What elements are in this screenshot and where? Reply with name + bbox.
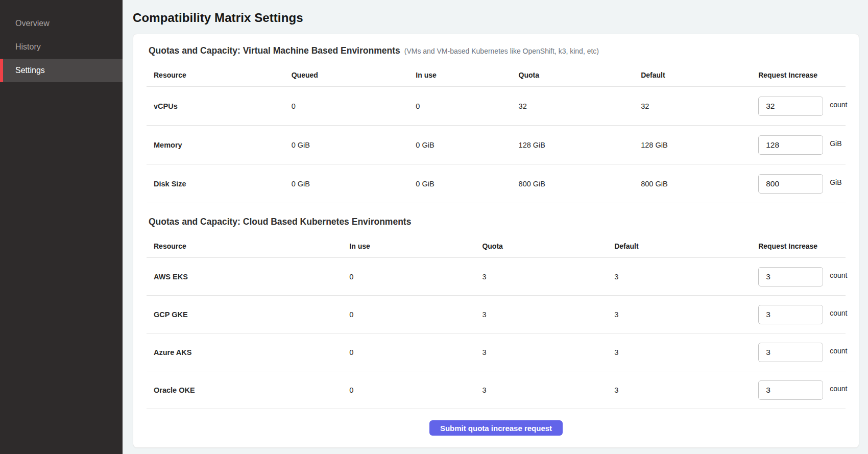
quota-value: 3 <box>475 348 607 356</box>
sidebar-item-history[interactable]: History <box>0 35 123 59</box>
request-increase-cell: count <box>751 305 847 324</box>
resource-name: vCPUs <box>147 102 284 110</box>
submit-button-row: Submit quota increase request <box>147 409 846 436</box>
vm-section-header: Quotas and Capacity: Virtual Machine Bas… <box>149 45 846 56</box>
vm-quota-table: Resource Queued In use Quota Default Req… <box>147 63 846 203</box>
default-value: 128 GiB <box>634 141 751 149</box>
unit-label: count <box>830 271 847 279</box>
table-row-oracle-oke: Oracle OKE 0 3 3 count <box>147 371 846 409</box>
unit-label: GiB <box>830 139 841 148</box>
unit-label: GiB <box>830 178 841 186</box>
column-header-quota: Quota <box>512 71 634 79</box>
settings-card: Quotas and Capacity: Virtual Machine Bas… <box>133 34 859 448</box>
sidebar: Overview History Settings <box>0 0 123 454</box>
column-header-default: Default <box>607 242 751 250</box>
in-use-value: 0 <box>408 102 511 110</box>
unit-label: count <box>830 101 847 109</box>
unit-label: count <box>830 347 847 355</box>
table-row-azure-aks: Azure AKS 0 3 3 count <box>147 333 846 371</box>
in-use-value: 0 <box>342 273 475 281</box>
in-use-value: 0 <box>342 348 475 356</box>
vm-section-subtitle: (VMs and VM-based Kubernetes like OpenSh… <box>404 47 599 55</box>
request-increase-cell: GiB <box>751 135 846 155</box>
unit-label: count <box>830 309 847 317</box>
resource-name: Azure AKS <box>147 348 342 356</box>
quota-value: 128 GiB <box>512 141 634 149</box>
in-use-value: 0 GiB <box>408 141 511 149</box>
submit-quota-increase-button[interactable]: Submit quota increase request <box>429 420 563 436</box>
vm-table-header-row: Resource Queued In use Quota Default Req… <box>147 63 846 87</box>
default-value: 3 <box>607 386 751 394</box>
default-value: 32 <box>634 102 751 110</box>
quota-value: 32 <box>512 102 634 110</box>
cloud-section-title: Quotas and Capacity: Cloud Based Kuberne… <box>149 217 411 227</box>
sidebar-item-overview[interactable]: Overview <box>0 12 123 35</box>
table-row-vcpus: vCPUs 0 0 32 32 count <box>147 87 846 126</box>
queued-value: 0 GiB <box>284 180 409 188</box>
default-value: 3 <box>607 348 751 356</box>
unit-label: count <box>830 385 847 393</box>
column-header-in-use: In use <box>342 242 475 250</box>
request-increase-cell: count <box>751 343 847 362</box>
request-increase-input-oracle-oke[interactable] <box>758 380 823 400</box>
cloud-table-header-row: Resource In use Quota Default Request In… <box>147 234 846 258</box>
request-increase-cell: count <box>751 380 847 400</box>
cloud-quotas-section: Quotas and Capacity: Cloud Based Kuberne… <box>147 217 846 409</box>
table-row-gcp-gke: GCP GKE 0 3 3 count <box>147 296 846 333</box>
resource-name: Oracle OKE <box>147 386 342 394</box>
request-increase-input-aws-eks[interactable] <box>758 267 823 286</box>
cloud-quota-table: Resource In use Quota Default Request In… <box>147 234 846 409</box>
default-value: 3 <box>607 310 751 319</box>
request-increase-cell: count <box>751 267 847 286</box>
column-header-request-increase: Request Increase <box>751 71 846 79</box>
request-increase-input-disk-size[interactable] <box>758 174 823 194</box>
column-header-request-increase: Request Increase <box>751 242 846 250</box>
page-title: Compatibility Matrix Settings <box>133 11 859 25</box>
vm-quotas-section: Quotas and Capacity: Virtual Machine Bas… <box>147 45 846 203</box>
vm-section-title: Quotas and Capacity: Virtual Machine Bas… <box>149 45 400 56</box>
column-header-in-use: In use <box>408 71 511 79</box>
request-increase-cell: GiB <box>751 174 846 194</box>
cloud-section-header: Quotas and Capacity: Cloud Based Kuberne… <box>149 217 846 227</box>
column-header-default: Default <box>634 71 751 79</box>
main-content: Compatibility Matrix Settings Quotas and… <box>123 0 868 454</box>
table-row-aws-eks: AWS EKS 0 3 3 count <box>147 258 846 296</box>
table-row-disk-size: Disk Size 0 GiB 0 GiB 800 GiB 800 GiB Gi… <box>147 164 846 203</box>
column-header-queued: Queued <box>284 71 409 79</box>
quota-value: 3 <box>475 273 607 281</box>
in-use-value: 0 <box>342 310 475 319</box>
resource-name: Memory <box>147 141 284 149</box>
default-value: 800 GiB <box>634 180 751 188</box>
column-header-resource: Resource <box>147 242 342 250</box>
table-row-memory: Memory 0 GiB 0 GiB 128 GiB 128 GiB GiB <box>147 126 846 164</box>
queued-value: 0 <box>284 102 409 110</box>
sidebar-item-settings[interactable]: Settings <box>0 59 123 82</box>
resource-name: AWS EKS <box>147 273 342 281</box>
queued-value: 0 GiB <box>284 141 409 149</box>
request-increase-input-memory[interactable] <box>758 135 823 155</box>
column-header-resource: Resource <box>147 71 284 79</box>
in-use-value: 0 GiB <box>408 180 511 188</box>
default-value: 3 <box>607 273 751 281</box>
request-increase-input-gcp-gke[interactable] <box>758 305 823 324</box>
quota-value: 3 <box>475 386 607 394</box>
quota-value: 800 GiB <box>512 180 634 188</box>
resource-name: GCP GKE <box>147 310 342 319</box>
request-increase-cell: count <box>751 97 847 116</box>
resource-name: Disk Size <box>147 180 284 188</box>
column-header-quota: Quota <box>475 242 607 250</box>
quota-value: 3 <box>475 310 607 319</box>
request-increase-input-azure-aks[interactable] <box>758 343 823 362</box>
request-increase-input-vcpus[interactable] <box>758 97 823 116</box>
in-use-value: 0 <box>342 386 475 394</box>
